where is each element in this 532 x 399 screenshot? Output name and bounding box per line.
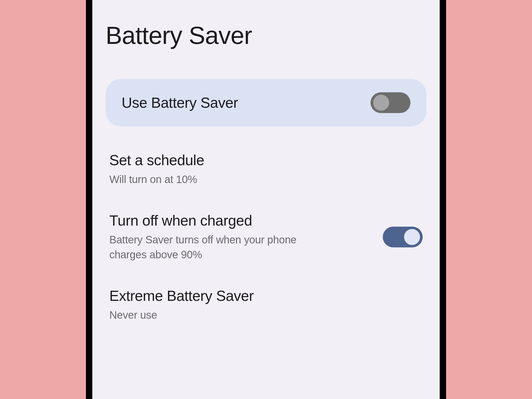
set-schedule-row[interactable]: Set a schedule Will turn on at 10%	[106, 152, 426, 187]
set-schedule-title: Set a schedule	[109, 152, 204, 169]
use-battery-saver-label: Use Battery Saver	[122, 94, 238, 111]
use-battery-saver-toggle[interactable]	[371, 92, 410, 113]
turn-off-charged-row[interactable]: Turn off when charged Battery Saver turn…	[106, 212, 426, 262]
setting-text-group: Turn off when charged Battery Saver turn…	[109, 212, 327, 262]
toggle-thumb-icon	[404, 229, 420, 245]
setting-text-group: Extreme Battery Saver Never use	[109, 287, 254, 322]
settings-screen: Battery Saver Use Battery Saver Set a sc…	[92, 0, 440, 399]
phone-frame: Battery Saver Use Battery Saver Set a sc…	[86, 0, 446, 399]
turn-off-charged-toggle[interactable]	[383, 227, 423, 247]
extreme-battery-saver-subtitle: Never use	[109, 307, 254, 322]
extreme-battery-saver-row[interactable]: Extreme Battery Saver Never use	[106, 287, 426, 322]
turn-off-charged-subtitle: Battery Saver turns off when your phone …	[109, 232, 327, 262]
setting-text-group: Set a schedule Will turn on at 10%	[109, 152, 204, 187]
page-title: Battery Saver	[106, 21, 426, 50]
toggle-thumb-icon	[373, 95, 389, 111]
turn-off-charged-title: Turn off when charged	[109, 212, 327, 229]
set-schedule-subtitle: Will turn on at 10%	[109, 172, 204, 187]
use-battery-saver-card[interactable]: Use Battery Saver	[106, 79, 426, 126]
extreme-battery-saver-title: Extreme Battery Saver	[109, 287, 254, 304]
